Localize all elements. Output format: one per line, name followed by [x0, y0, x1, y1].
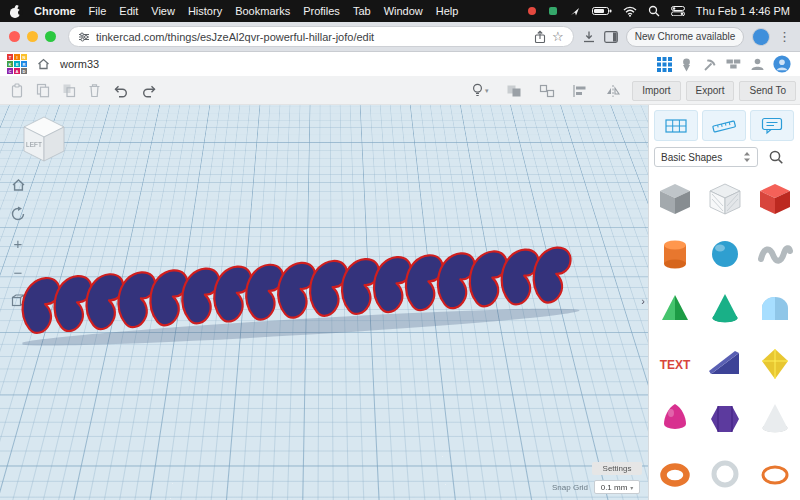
designs-grid-icon[interactable]	[657, 57, 672, 72]
classes-icon[interactable]	[750, 57, 765, 71]
minecraft-icon[interactable]	[702, 57, 717, 72]
shape-paraboloid[interactable]	[653, 397, 697, 441]
home-icon[interactable]	[37, 58, 50, 70]
snap-grid-select[interactable]: 0.1 mm▾	[594, 480, 640, 494]
shape-cone-white[interactable]	[753, 397, 797, 441]
menu-item-view[interactable]: View	[151, 5, 175, 17]
address-bar[interactable]: tinkercad.com/things/esJzeAl2qvr-powerfu…	[68, 26, 574, 47]
logo-cell: D	[21, 68, 27, 74]
url-text[interactable]: tinkercad.com/things/esJzeAl2qvr-powerfu…	[96, 31, 528, 43]
shape-box-red[interactable]	[753, 177, 797, 221]
panel-collapse-handle[interactable]: ›	[638, 288, 648, 314]
undo-icon[interactable]	[113, 84, 129, 98]
settings-button[interactable]: Settings	[592, 462, 642, 475]
delete-icon[interactable]	[88, 83, 101, 98]
menu-item-edit[interactable]: Edit	[119, 5, 138, 17]
import-button[interactable]: Import	[632, 81, 680, 101]
menu-item-window[interactable]: Window	[384, 5, 423, 17]
minimize-window-button[interactable]	[27, 31, 38, 42]
user-avatar[interactable]	[773, 55, 791, 73]
share-icon[interactable]	[534, 30, 546, 44]
view-cube[interactable]: LEFT	[16, 111, 74, 167]
logo-cell: R	[21, 61, 27, 67]
shape-scribble[interactable]	[753, 232, 797, 276]
logo-cell: K	[7, 61, 13, 67]
shapes-panel: Basic Shapes TEXT	[648, 105, 800, 500]
export-button[interactable]: Export	[686, 81, 735, 101]
zoom-window-button[interactable]	[45, 31, 56, 42]
copy-icon[interactable]	[36, 83, 50, 98]
menu-item-profiles[interactable]: Profiles	[303, 5, 340, 17]
location-icon[interactable]	[569, 5, 581, 17]
menu-item-chrome[interactable]: Chrome	[34, 5, 76, 17]
logo-cell: I	[14, 54, 20, 60]
shape-box-gray[interactable]	[653, 177, 697, 221]
site-info-icon[interactable]	[78, 31, 90, 43]
shape-cone[interactable]	[703, 287, 747, 331]
shape-pyramid[interactable]	[653, 287, 697, 331]
apple-menu-icon[interactable]	[10, 5, 21, 18]
app-badge-green-icon[interactable]	[548, 6, 558, 16]
shape-text[interactable]: TEXT	[653, 342, 697, 386]
menu-item-help[interactable]: Help	[436, 5, 459, 17]
battery-icon[interactable]	[592, 6, 612, 16]
duplicate-icon[interactable]	[62, 83, 76, 98]
download-icon[interactable]	[582, 30, 596, 44]
menu-item-bookmarks[interactable]: Bookmarks	[235, 5, 290, 17]
shape-torus-thin[interactable]	[753, 452, 797, 496]
edit-toolbar: ▾ Import Export Send To	[0, 76, 800, 105]
show-hide-bulb-icon[interactable]: ▾	[472, 83, 489, 98]
profile-avatar[interactable]	[752, 28, 770, 46]
bookmark-star-icon[interactable]: ☆	[552, 30, 564, 43]
search-shapes-icon[interactable]	[764, 147, 788, 167]
chrome-update-badge[interactable]: New Chrome available	[626, 27, 745, 47]
search-icon[interactable]	[648, 5, 660, 17]
simlab-icon[interactable]	[680, 57, 693, 72]
menu-items: ChromeFileEditViewHistoryBookmarksProfil…	[34, 5, 458, 17]
design-title[interactable]: worm33	[60, 58, 99, 70]
redo-icon[interactable]	[141, 84, 157, 98]
shape-diamond[interactable]	[753, 342, 797, 386]
more-menu-icon[interactable]: ⋮	[778, 30, 791, 43]
wifi-icon[interactable]	[623, 6, 637, 17]
notes-tile[interactable]	[750, 110, 794, 141]
ungroup-icon[interactable]	[539, 84, 555, 98]
workplane-tile[interactable]	[654, 110, 698, 141]
side-panel-icon[interactable]	[604, 31, 618, 43]
bricks-icon[interactable]	[726, 58, 741, 71]
macos-menu-bar: ChromeFileEditViewHistoryBookmarksProfil…	[0, 0, 800, 22]
shapes-grid: TEXT	[649, 169, 800, 500]
orbit-icon[interactable]	[8, 204, 28, 224]
svg-text:TEXT: TEXT	[660, 358, 691, 372]
shape-polygon[interactable]	[703, 397, 747, 441]
tinkercad-header: TINKERCAD worm33	[0, 52, 800, 76]
select-caret-icon	[743, 151, 751, 163]
send-to-button[interactable]: Send To	[739, 81, 796, 101]
shape-wedge[interactable]	[703, 342, 747, 386]
viewport-3d[interactable]: LEFT + − Settings Snap Grid 0.1 mm▾ ›	[0, 105, 648, 500]
app-badge-red-icon[interactable]	[527, 6, 537, 16]
shape-box-hole[interactable]	[703, 177, 747, 221]
group-icon[interactable]	[506, 84, 522, 98]
align-icon[interactable]	[572, 84, 588, 98]
shape-category-select[interactable]: Basic Shapes	[654, 147, 758, 167]
zoom-in-icon[interactable]: +	[8, 233, 28, 253]
ruler-tile[interactable]	[702, 110, 746, 141]
shape-sphere[interactable]	[703, 232, 747, 276]
shape-cylinder[interactable]	[653, 232, 697, 276]
tinkercad-logo[interactable]: TINKERCAD	[7, 54, 27, 74]
logo-cell: E	[14, 61, 20, 67]
logo-cell: A	[14, 68, 20, 74]
menu-item-tab[interactable]: Tab	[353, 5, 371, 17]
paste-icon[interactable]	[10, 83, 24, 98]
shape-tube[interactable]	[703, 452, 747, 496]
mirror-icon[interactable]	[605, 84, 621, 98]
close-window-button[interactable]	[9, 31, 20, 42]
shape-round-roof[interactable]	[753, 287, 797, 331]
menu-item-file[interactable]: File	[89, 5, 107, 17]
shape-torus[interactable]	[653, 452, 697, 496]
control-center-icon[interactable]	[671, 6, 685, 16]
menu-bar-clock[interactable]: Thu Feb 1 4:46 PM	[696, 5, 790, 17]
home-view-icon[interactable]	[8, 175, 28, 195]
menu-item-history[interactable]: History	[188, 5, 222, 17]
